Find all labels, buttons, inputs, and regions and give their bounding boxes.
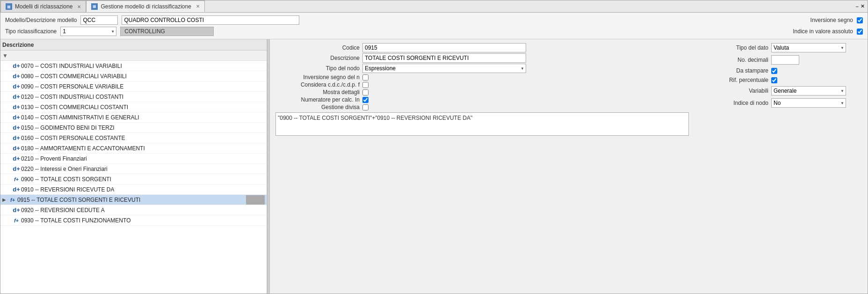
tree-row-r13[interactable]: d+ 0910 -- REVERSIONI RICEVUTE DA [0, 184, 267, 195]
tab-modelli[interactable]: ▦ Modelli di riclassazione ✕ [0, 0, 86, 12]
tab-modelli-label: Modelli di riclassazione [15, 3, 72, 10]
calc-icon: d+ [12, 62, 21, 69]
row-label: 0180 -- AMMORTAMENTI E ACCANTONAMENTI [21, 145, 145, 152]
tree-row-r4[interactable]: d+ 0120 -- COSTI INDUSTRIALI COSTANTI [0, 92, 267, 102]
row-label: 0130 -- COSTI COMMERCIALI COSTANTI [21, 104, 128, 110]
filter-icon: ▼ [2, 52, 8, 59]
mostra-checkbox[interactable] [362, 89, 369, 96]
tipo-select-wrapper: 1 [60, 27, 116, 36]
considera-label: Considera c.d.c./c.d.p. f [275, 81, 360, 88]
inversione-checkbox[interactable] [857, 17, 863, 23]
rif-percentuale-checkbox[interactable] [771, 77, 777, 83]
tab-bar: ▦ Modelli di riclassazione ✕ ▦ Gestione … [0, 0, 868, 13]
indice-checkbox[interactable] [857, 29, 863, 35]
da-stampare-checkbox[interactable] [771, 68, 777, 74]
tipo-nodo-select[interactable]: Espressione Somma Differenza [362, 64, 526, 73]
row-label: 0915 -- TOTALE COSTI SORGENTI E RICEVUTI [17, 197, 140, 203]
variabili-label: Variabili [703, 88, 768, 94]
tree-row-r5[interactable]: d+ 0130 -- COSTI COMMERCIALI COSTANTI [0, 102, 267, 112]
variabili-select[interactable]: Generale Dettaglio [771, 86, 846, 96]
func-icon: f+ [12, 176, 21, 182]
calc-icon: d+ [12, 206, 21, 213]
codice-row: Codice [275, 43, 689, 52]
calc-icon: d+ [12, 165, 21, 172]
calc-icon: d+ [12, 114, 21, 121]
tree-row-r9[interactable]: d+ 0180 -- AMMORTAMENTI E ACCANTONAMENTI [0, 143, 267, 154]
tree-body[interactable]: d+ 0070 -- COSTI INDUSTRIALI VARIABILI d… [0, 61, 267, 294]
tipo-dato-select[interactable]: Valuta Numero Testo [771, 43, 846, 52]
descrizione-input[interactable] [362, 53, 526, 63]
rif-percentuale-row: Rif. percentuale [703, 77, 862, 83]
expression-box[interactable]: "0900 -- TOTALE COSTI SORGENTI"+"0910 --… [275, 112, 689, 136]
calc-icon: d+ [12, 93, 21, 100]
descrizione-label: Descrizione [275, 55, 360, 61]
tree-row-r2[interactable]: d+ 0080 -- COSTI COMMERCIALI VARIABILI [0, 71, 267, 81]
tree-row-r15[interactable]: d+ 0920 -- REVERSIONI CEDUTE A [0, 205, 267, 215]
toolbar-row1: Modello/Descrizione modello Inversione s… [5, 15, 863, 25]
descrizione-modello-input[interactable] [122, 15, 299, 25]
codice-input[interactable] [362, 43, 526, 52]
tipo-nodo-label: Tipo del nodo [275, 65, 360, 72]
modello-input[interactable] [80, 15, 118, 25]
no-decimali-label: No. decimali [703, 57, 768, 63]
expression-text: "0900 -- TOTALE COSTI SORGENTI"+"0910 --… [278, 115, 472, 121]
numeratore-checkbox[interactable] [362, 97, 369, 103]
tree-row-r3[interactable]: d+ 0090 -- COSTI PERSONALE VARIABILE [0, 81, 267, 92]
gestione-checkbox[interactable] [362, 104, 369, 110]
tab-modelli-close[interactable]: ✕ [77, 4, 81, 9]
row-label: 0220 -- Interessi e Oneri Finanziari [21, 166, 108, 172]
codice-label: Codice [275, 44, 360, 51]
window-close[interactable]: ✕ [861, 3, 865, 9]
tree-row-r8[interactable]: d+ 0160 -- COSTI PERSONALE COSTANTE [0, 133, 267, 143]
calc-icon: d+ [12, 145, 21, 152]
no-decimali-row: No. decimali [703, 55, 862, 65]
row-label: 0900 -- TOTALE COSTI SORGENTI [21, 176, 111, 183]
tipo-dato-select-wrapper: Valuta Numero Testo [771, 43, 846, 52]
tree-row-r14[interactable]: ▶ f+ 0915 -- TOTALE COSTI SORGENTI E RIC… [0, 195, 267, 205]
calc-icon: d+ [12, 124, 21, 131]
indice-nodo-label: Indice di nodo [703, 100, 768, 106]
tree-row-r1[interactable]: d+ 0070 -- COSTI INDUSTRIALI VARIABILI [0, 61, 267, 71]
inversione-label: Inversione segno [810, 17, 853, 23]
indice-label: Indice in valore assoluto [793, 28, 853, 35]
toolbar-row2: Tipo riclassificazione 1 CONTROLLING Ind… [5, 27, 863, 36]
considera-row: Considera c.d.c./c.d.p. f [275, 81, 689, 88]
tree-header-desc: Descrizione [2, 42, 265, 48]
tree-row-r12[interactable]: f+ 0900 -- TOTALE COSTI SORGENTI [0, 174, 267, 184]
calc-icon: d+ [12, 103, 21, 110]
da-stampare-label: Da stampare [703, 67, 768, 74]
func-icon: f+ [8, 197, 17, 203]
tab-gestione[interactable]: ▦ Gestione modello di riclassificazione … [86, 0, 204, 12]
tab-gestione-icon: ▦ [91, 3, 98, 10]
controlling-badge: CONTROLLING [120, 27, 214, 36]
tree-row-r11[interactable]: d+ 0220 -- Interessi e Oneri Finanziari [0, 164, 267, 174]
gestione-label: Gestione divisa [275, 104, 360, 110]
da-stampare-row: Da stampare [703, 67, 862, 74]
numeratore-label: Numeratore per calc. In [275, 96, 360, 103]
row-label: 0120 -- COSTI INDUSTRIALI COSTANTI [21, 94, 123, 100]
row-label: 0910 -- REVERSIONI RICEVUTE DA [21, 186, 114, 193]
inversione-segno-checkbox[interactable] [362, 74, 369, 81]
tab-modelli-icon: ▦ [6, 3, 12, 10]
tab-gestione-close[interactable]: ✕ [196, 4, 200, 9]
row-label: 0920 -- REVERSIONI CEDUTE A [21, 207, 105, 213]
window-minimize[interactable]: − [856, 4, 859, 9]
calc-icon: d+ [12, 134, 21, 141]
indice-nodo-select[interactable]: No Sì [771, 98, 846, 108]
form-right: Tipo del dato Valuta Numero Testo No. de… [703, 43, 862, 136]
controlling-text: CONTROLLING [124, 28, 165, 35]
inversione-segno-row: Inversione segno del n [275, 74, 689, 81]
tipo-nodo-row: Tipo del nodo Espressione Somma Differen… [275, 64, 689, 73]
no-decimali-input[interactable] [771, 55, 799, 65]
left-panel: Descrizione ▼ d+ 0070 -- COSTI INDUSTRIA… [0, 39, 267, 294]
row-label: 0210 -- Proventi Finanziari [21, 155, 87, 162]
indice-nodo-select-wrapper: No Sì [771, 98, 846, 108]
tree-header: Descrizione [0, 39, 267, 51]
tipo-dato-label: Tipo del dato [703, 44, 768, 51]
tree-row-r6[interactable]: d+ 0140 -- COSTI AMMINISTRATIVI E GENERA… [0, 112, 267, 123]
tipo-select[interactable]: 1 [60, 27, 116, 36]
considera-checkbox[interactable] [362, 82, 369, 88]
tree-row-r7[interactable]: d+ 0150 -- GODIMENTO BENI DI TERZI [0, 123, 267, 133]
tree-row-r16[interactable]: f+ 0930 -- TOTALE COSTI FUNZIONAMENTO [0, 215, 267, 226]
tree-row-r10[interactable]: d+ 0210 -- Proventi Finanziari [0, 154, 267, 164]
